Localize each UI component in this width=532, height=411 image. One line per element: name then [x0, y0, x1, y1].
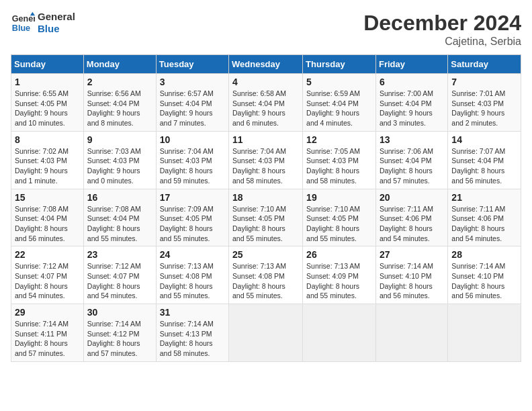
- day-number: 28: [451, 249, 517, 260]
- day-detail: Sunrise: 7:14 AM Sunset: 4:11 PM Dayligh…: [15, 319, 80, 359]
- logo: General Blue General Blue: [11, 11, 75, 35]
- weekday-tuesday: Tuesday: [156, 55, 228, 74]
- weekday-wednesday: Wednesday: [229, 55, 303, 74]
- calendar-cell: 8Sunrise: 7:02 AM Sunset: 4:03 PM Daylig…: [11, 131, 84, 189]
- day-number: 14: [451, 134, 517, 145]
- calendar-cell: 17Sunrise: 7:09 AM Sunset: 4:05 PM Dayli…: [156, 189, 228, 246]
- calendar-cell: 10Sunrise: 7:04 AM Sunset: 4:03 PM Dayli…: [156, 131, 228, 189]
- day-detail: Sunrise: 7:06 AM Sunset: 4:04 PM Dayligh…: [380, 146, 444, 186]
- calendar-cell: 28Sunrise: 7:14 AM Sunset: 4:10 PM Dayli…: [448, 246, 521, 304]
- day-number: 10: [160, 134, 225, 145]
- calendar-cell: 3Sunrise: 6:57 AM Sunset: 4:04 PM Daylig…: [156, 74, 228, 132]
- calendar-cell: 18Sunrise: 7:10 AM Sunset: 4:05 PM Dayli…: [229, 189, 303, 246]
- week-row-4: 22Sunrise: 7:12 AM Sunset: 4:07 PM Dayli…: [11, 246, 521, 304]
- calendar-cell: 16Sunrise: 7:08 AM Sunset: 4:04 PM Dayli…: [83, 189, 156, 246]
- weekday-thursday: Thursday: [303, 55, 376, 74]
- day-number: 26: [306, 249, 372, 260]
- day-detail: Sunrise: 7:10 AM Sunset: 4:05 PM Dayligh…: [306, 204, 372, 244]
- calendar-cell: 11Sunrise: 7:04 AM Sunset: 4:03 PM Dayli…: [229, 131, 303, 189]
- day-number: 29: [15, 307, 80, 318]
- week-row-5: 29Sunrise: 7:14 AM Sunset: 4:11 PM Dayli…: [11, 304, 521, 362]
- weekday-saturday: Saturday: [448, 55, 521, 74]
- calendar-cell: 25Sunrise: 7:13 AM Sunset: 4:08 PM Dayli…: [229, 246, 303, 304]
- day-detail: Sunrise: 7:00 AM Sunset: 4:04 PM Dayligh…: [380, 89, 444, 128]
- day-number: 4: [232, 77, 299, 87]
- day-detail: Sunrise: 7:08 AM Sunset: 4:04 PM Dayligh…: [15, 204, 80, 244]
- day-detail: Sunrise: 7:14 AM Sunset: 4:10 PM Dayligh…: [451, 261, 517, 301]
- svg-text:Blue: Blue: [12, 24, 30, 33]
- header: General Blue General Blue December 2024 …: [11, 11, 521, 48]
- day-number: 6: [380, 77, 444, 87]
- day-detail: Sunrise: 6:58 AM Sunset: 4:04 PM Dayligh…: [232, 89, 299, 128]
- calendar-body: 1Sunrise: 6:55 AM Sunset: 4:05 PM Daylig…: [11, 74, 521, 362]
- day-detail: Sunrise: 7:05 AM Sunset: 4:03 PM Dayligh…: [306, 146, 372, 186]
- title-area: December 2024 Cajetina, Serbia: [363, 11, 521, 48]
- calendar-cell: 4Sunrise: 6:58 AM Sunset: 4:04 PM Daylig…: [229, 74, 303, 132]
- calendar-cell: 9Sunrise: 7:03 AM Sunset: 4:03 PM Daylig…: [83, 131, 156, 189]
- day-number: 27: [380, 249, 444, 260]
- day-detail: Sunrise: 7:10 AM Sunset: 4:05 PM Dayligh…: [232, 204, 299, 244]
- calendar-cell: 15Sunrise: 7:08 AM Sunset: 4:04 PM Dayli…: [11, 189, 84, 246]
- calendar-cell: 6Sunrise: 7:00 AM Sunset: 4:04 PM Daylig…: [375, 74, 447, 132]
- day-number: 3: [160, 77, 225, 87]
- month-title: December 2024: [363, 11, 521, 36]
- day-detail: Sunrise: 7:03 AM Sunset: 4:03 PM Dayligh…: [87, 146, 152, 186]
- day-number: 7: [451, 77, 517, 87]
- day-number: 19: [306, 192, 372, 203]
- calendar-cell: [448, 304, 521, 362]
- calendar-cell: 29Sunrise: 7:14 AM Sunset: 4:11 PM Dayli…: [11, 304, 84, 362]
- day-detail: Sunrise: 7:01 AM Sunset: 4:03 PM Dayligh…: [451, 89, 517, 128]
- day-number: 21: [451, 192, 517, 203]
- day-number: 1: [15, 77, 80, 87]
- logo-blue: Blue: [38, 23, 75, 35]
- weekday-monday: Monday: [83, 55, 156, 74]
- calendar-cell: 30Sunrise: 7:14 AM Sunset: 4:12 PM Dayli…: [83, 304, 156, 362]
- day-number: 16: [87, 192, 152, 203]
- calendar-cell: 27Sunrise: 7:14 AM Sunset: 4:10 PM Dayli…: [375, 246, 447, 304]
- day-detail: Sunrise: 7:14 AM Sunset: 4:10 PM Dayligh…: [380, 261, 444, 301]
- calendar-cell: 19Sunrise: 7:10 AM Sunset: 4:05 PM Dayli…: [303, 189, 376, 246]
- day-detail: Sunrise: 7:09 AM Sunset: 4:05 PM Dayligh…: [160, 204, 225, 244]
- day-detail: Sunrise: 7:13 AM Sunset: 4:08 PM Dayligh…: [232, 261, 299, 301]
- calendar-cell: 21Sunrise: 7:11 AM Sunset: 4:06 PM Dayli…: [448, 189, 521, 246]
- calendar-cell: 2Sunrise: 6:56 AM Sunset: 4:04 PM Daylig…: [83, 74, 156, 132]
- calendar-cell: [303, 304, 376, 362]
- weekday-header-row: SundayMondayTuesdayWednesdayThursdayFrid…: [11, 55, 521, 74]
- day-number: 24: [160, 249, 225, 260]
- day-detail: Sunrise: 6:55 AM Sunset: 4:05 PM Dayligh…: [15, 89, 80, 128]
- day-detail: Sunrise: 7:12 AM Sunset: 4:07 PM Dayligh…: [15, 261, 80, 301]
- day-number: 25: [232, 249, 299, 260]
- day-number: 8: [15, 134, 80, 145]
- week-row-3: 15Sunrise: 7:08 AM Sunset: 4:04 PM Dayli…: [11, 189, 521, 246]
- day-detail: Sunrise: 6:57 AM Sunset: 4:04 PM Dayligh…: [160, 89, 225, 128]
- day-detail: Sunrise: 6:59 AM Sunset: 4:04 PM Dayligh…: [306, 89, 372, 128]
- day-number: 2: [87, 77, 152, 87]
- calendar: SundayMondayTuesdayWednesdayThursdayFrid…: [11, 54, 521, 362]
- day-number: 5: [306, 77, 372, 87]
- calendar-cell: 7Sunrise: 7:01 AM Sunset: 4:03 PM Daylig…: [448, 74, 521, 132]
- day-detail: Sunrise: 7:11 AM Sunset: 4:06 PM Dayligh…: [380, 204, 444, 244]
- calendar-cell: 14Sunrise: 7:07 AM Sunset: 4:04 PM Dayli…: [448, 131, 521, 189]
- calendar-cell: 5Sunrise: 6:59 AM Sunset: 4:04 PM Daylig…: [303, 74, 376, 132]
- calendar-cell: 24Sunrise: 7:13 AM Sunset: 4:08 PM Dayli…: [156, 246, 228, 304]
- week-row-2: 8Sunrise: 7:02 AM Sunset: 4:03 PM Daylig…: [11, 131, 521, 189]
- location: Cajetina, Serbia: [363, 36, 521, 48]
- calendar-cell: [229, 304, 303, 362]
- day-detail: Sunrise: 7:11 AM Sunset: 4:06 PM Dayligh…: [451, 204, 517, 244]
- day-number: 23: [87, 249, 152, 260]
- logo-general: General: [38, 11, 75, 23]
- calendar-cell: 23Sunrise: 7:12 AM Sunset: 4:07 PM Dayli…: [83, 246, 156, 304]
- weekday-friday: Friday: [375, 55, 447, 74]
- day-number: 15: [15, 192, 80, 203]
- day-detail: Sunrise: 7:04 AM Sunset: 4:03 PM Dayligh…: [232, 146, 299, 186]
- day-detail: Sunrise: 7:02 AM Sunset: 4:03 PM Dayligh…: [15, 146, 80, 186]
- calendar-cell: 20Sunrise: 7:11 AM Sunset: 4:06 PM Dayli…: [375, 189, 447, 246]
- day-number: 18: [232, 192, 299, 203]
- calendar-cell: 31Sunrise: 7:14 AM Sunset: 4:13 PM Dayli…: [156, 304, 228, 362]
- day-detail: Sunrise: 7:08 AM Sunset: 4:04 PM Dayligh…: [87, 204, 152, 244]
- logo-icon: General Blue: [11, 11, 35, 35]
- day-detail: Sunrise: 7:04 AM Sunset: 4:03 PM Dayligh…: [160, 146, 225, 186]
- calendar-cell: 26Sunrise: 7:13 AM Sunset: 4:09 PM Dayli…: [303, 246, 376, 304]
- calendar-cell: [375, 304, 447, 362]
- calendar-cell: 12Sunrise: 7:05 AM Sunset: 4:03 PM Dayli…: [303, 131, 376, 189]
